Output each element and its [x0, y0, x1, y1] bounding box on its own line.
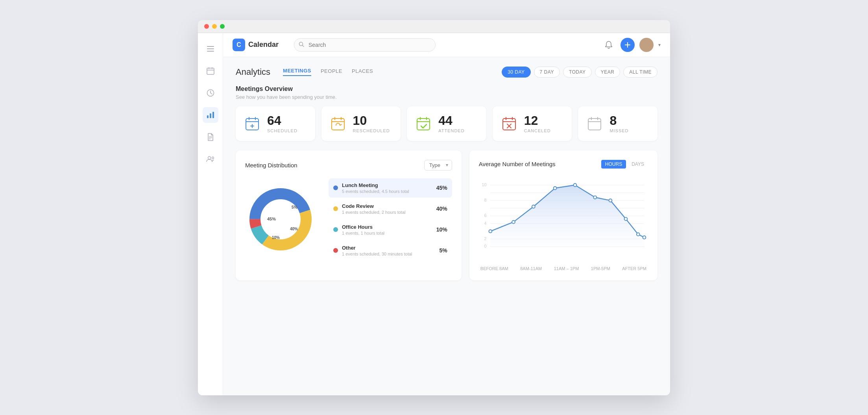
close-dot[interactable] [204, 24, 209, 29]
tab-people[interactable]: PEOPLE [321, 68, 342, 76]
svg-text:45%: 45% [267, 217, 276, 221]
svg-text:6: 6 [484, 213, 486, 218]
overview-subtitle: See how you have been spending your time… [236, 94, 657, 100]
distribution-legend: Lunch Meeting 5 events scheduled, 4.5 ho… [329, 178, 452, 262]
svg-text:4: 4 [484, 220, 486, 225]
x-label-1to5: 1PM-5PM [591, 266, 610, 271]
svg-rect-37 [503, 119, 515, 130]
svg-point-75 [553, 186, 556, 189]
attended-icon [415, 115, 432, 132]
legend-sub-other: 1 events scheduled, 30 minutes total [342, 252, 440, 256]
sidebar-item-team[interactable] [203, 151, 218, 167]
legend-sub-code: 1 events scheduled, 2 hours total [342, 210, 436, 215]
sidebar-item-clock[interactable] [203, 85, 218, 101]
svg-point-76 [573, 183, 576, 187]
legend-pct-office: 10% [436, 226, 447, 233]
svg-text:10%: 10% [272, 235, 280, 240]
svg-point-78 [609, 199, 612, 202]
svg-text:5%: 5% [292, 205, 297, 209]
legend-dot-lunch [333, 185, 338, 190]
scheduled-icon [244, 115, 261, 132]
tab-meetings[interactable]: MEETINGS [283, 68, 311, 76]
analytics-header: Analytics MEETINGS PEOPLE PLACES 30 DAY … [236, 67, 657, 78]
svg-point-16 [208, 156, 211, 159]
sidebar-item-menu[interactable] [203, 41, 218, 57]
rescheduled-label: RESCHEDULED [353, 128, 390, 133]
overview-title: Meetings Overview [236, 85, 657, 93]
line-chart-svg: 10 8 6 4 2 0 [479, 176, 648, 263]
attended-number: 44 [438, 114, 464, 127]
legend-pct-code: 40% [436, 206, 447, 212]
missed-number: 8 [609, 114, 628, 127]
canceled-label: CANCELED [524, 128, 551, 133]
svg-point-74 [532, 205, 535, 208]
search-input[interactable] [294, 38, 436, 52]
filter-alltime[interactable]: ALL TIME [623, 67, 657, 78]
stat-card-attended: 44 ATTENDED [407, 106, 486, 141]
sidebar-item-document[interactable] [203, 129, 218, 145]
filter-today[interactable]: TODAY [563, 67, 592, 78]
filter-7day[interactable]: 7 DAY [534, 67, 560, 78]
maximize-dot[interactable] [220, 24, 225, 29]
app-logo: C Calendar [233, 39, 288, 51]
avg-header: Average Number of Meetings HOURS DAYS [479, 160, 648, 169]
attended-info: 44 ATTENDED [438, 114, 464, 133]
legend-item-code[interactable]: Code Review 1 events scheduled, 2 hours … [329, 199, 452, 219]
notification-bell-button[interactable] [602, 38, 616, 52]
legend-item-lunch[interactable]: Lunch Meeting 5 events scheduled, 4.5 ho… [329, 178, 452, 198]
x-label-after5: AFTER 5PM [622, 266, 646, 271]
date-filters: 30 DAY 7 DAY TODAY YEAR ALL TIME [502, 67, 657, 78]
browser-titlebar [198, 20, 670, 33]
svg-text:2: 2 [484, 236, 486, 241]
type-select[interactable]: Type [424, 160, 452, 170]
filter-year[interactable]: YEAR [595, 67, 621, 78]
legend-dot-other [333, 248, 338, 253]
charts-row: Meeting Distribution Type [236, 150, 657, 280]
type-select-wrap[interactable]: Type [424, 160, 452, 170]
svg-point-73 [512, 220, 515, 223]
filter-30day[interactable]: 30 DAY [502, 67, 530, 78]
toggle-hours[interactable]: HOURS [601, 160, 626, 169]
svg-rect-1 [207, 48, 214, 49]
svg-rect-11 [210, 113, 211, 118]
legend-text-code: Code Review 1 events scheduled, 2 hours … [342, 203, 436, 215]
missed-label: MISSED [609, 128, 628, 133]
chart-toggle: HOURS DAYS [601, 160, 648, 169]
avatar[interactable] [639, 38, 654, 52]
legend-item-office[interactable]: Office Hours 1 events, 1 hours total 10% [329, 220, 452, 239]
distribution-header: Meeting Distribution Type [245, 160, 452, 170]
scheduled-number: 64 [267, 114, 297, 127]
stat-card-canceled: 12 CANCELED [493, 106, 572, 141]
toggle-days[interactable]: DAYS [628, 160, 648, 169]
scheduled-label: SCHEDULED [267, 128, 297, 133]
stat-card-missed: 8 MISSED [578, 106, 657, 141]
canceled-icon [500, 115, 518, 132]
svg-line-9 [211, 93, 212, 94]
svg-rect-29 [332, 119, 344, 130]
legend-sub-lunch: 5 events scheduled, 4.5 hours total [342, 189, 436, 194]
svg-line-19 [303, 45, 304, 47]
distribution-title: Meeting Distribution [245, 162, 297, 169]
legend-item-other[interactable]: Other 1 events scheduled, 30 minutes tot… [329, 241, 452, 260]
search-bar[interactable] [294, 38, 436, 52]
svg-point-81 [643, 236, 646, 239]
legend-dot-office [333, 227, 338, 232]
sidebar-item-calendar[interactable] [203, 63, 218, 79]
tab-places[interactable]: PLACES [352, 68, 373, 76]
search-icon [299, 41, 304, 48]
svg-text:8: 8 [484, 198, 486, 202]
svg-rect-3 [207, 68, 214, 74]
legend-text-other: Other 1 events scheduled, 30 minutes tot… [342, 245, 440, 256]
donut-chart: 45% 5% 40% 10% [245, 184, 316, 256]
minimize-dot[interactable] [212, 24, 217, 29]
meeting-distribution-card: Meeting Distribution Type [236, 150, 462, 280]
app-layout: C Calendar [198, 33, 670, 395]
svg-rect-2 [207, 51, 214, 52]
sidebar [198, 33, 223, 395]
x-label-before8: BEFORE 8AM [480, 266, 508, 271]
sidebar-item-analytics[interactable] [203, 107, 218, 123]
svg-point-79 [624, 217, 627, 220]
add-event-button[interactable] [621, 38, 635, 52]
svg-text:10: 10 [482, 182, 486, 187]
avatar-chevron[interactable]: ▾ [658, 42, 661, 48]
